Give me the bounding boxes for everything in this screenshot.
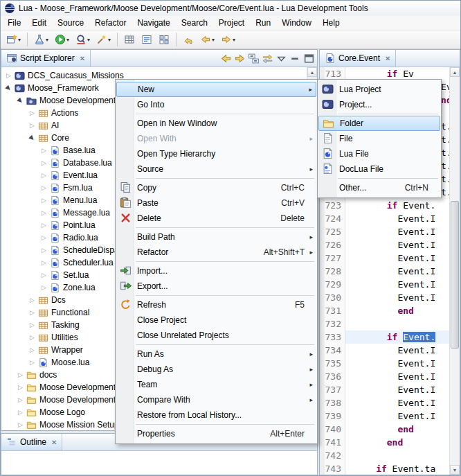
expand-arrow-icon[interactable]: ▷ bbox=[16, 409, 25, 416]
context-menu-item-delete[interactable]: DeleteDelete bbox=[116, 211, 316, 226]
context-menu-item-debug-as[interactable]: Debug As▸ bbox=[116, 362, 316, 377]
context-menu-item-open-type-hierarchy[interactable]: Open Type Hierarchy bbox=[116, 146, 316, 161]
context-menu-item-source[interactable]: Source▸ bbox=[116, 161, 316, 177]
expand-arrow-icon[interactable]: ▷ bbox=[16, 371, 25, 378]
open-element-button[interactable] bbox=[121, 32, 138, 48]
expand-arrow-icon[interactable]: ▷ bbox=[28, 359, 37, 366]
expand-arrow-icon[interactable]: ▷ bbox=[4, 72, 13, 79]
forward-button[interactable]: ▾ bbox=[218, 32, 238, 48]
editor-scrollbar[interactable]: ▲ ▼ bbox=[449, 67, 460, 475]
coverage-button[interactable]: ▾ bbox=[73, 32, 93, 48]
dropdown-arrow-icon[interactable]: ▾ bbox=[46, 37, 48, 43]
tab-script-explorer[interactable]: Script Explorer ✕ bbox=[1, 50, 91, 67]
tab-core-event[interactable]: Core.Event ✕ bbox=[320, 50, 396, 67]
expand-arrow-icon[interactable]: ▷ bbox=[39, 272, 48, 279]
tab-outline[interactable]: Outline ✕ bbox=[1, 434, 62, 450]
show-grid-button[interactable] bbox=[156, 32, 172, 48]
context-menu-item-properties[interactable]: PropertiesAlt+Enter bbox=[116, 426, 316, 441]
menu-edit[interactable]: Edit bbox=[26, 17, 52, 29]
context-menu-item-build-path[interactable]: Build Path▸ bbox=[116, 229, 316, 245]
expand-arrow-icon[interactable]: ▷ bbox=[39, 259, 48, 266]
menu-help[interactable]: Help bbox=[317, 17, 345, 29]
context-menu-item-refresh[interactable]: RefreshF5 bbox=[116, 297, 316, 312]
expand-arrow-icon[interactable]: ▷ bbox=[39, 222, 48, 229]
expand-arrow-icon[interactable]: ▷ bbox=[28, 109, 37, 116]
scroll-track[interactable] bbox=[450, 77, 460, 465]
menu-source[interactable]: Source bbox=[52, 17, 89, 29]
close-icon[interactable]: ✕ bbox=[51, 439, 57, 446]
menu-search[interactable]: Search bbox=[176, 17, 213, 29]
expand-arrow-icon[interactable]: ▷ bbox=[39, 184, 48, 191]
collapse-arrow-icon[interactable]: ▶ bbox=[26, 132, 37, 143]
expand-arrow-icon[interactable]: ▷ bbox=[39, 209, 48, 216]
dropdown-arrow-icon[interactable]: ▾ bbox=[87, 37, 90, 43]
menu-project[interactable]: Project bbox=[213, 17, 250, 29]
context-menu-item-new[interactable]: New▸ bbox=[116, 82, 316, 97]
dropdown-arrow-icon[interactable]: ▾ bbox=[233, 37, 235, 43]
context-menu-item-compare-with[interactable]: Compare With▸ bbox=[116, 392, 316, 407]
expand-arrow-icon[interactable]: ▷ bbox=[28, 309, 37, 316]
expand-arrow-icon[interactable]: ▷ bbox=[16, 384, 25, 391]
context-menu-item-open-in-new-window[interactable]: Open in New Window bbox=[116, 116, 316, 131]
scroll-up-icon[interactable]: ▲ bbox=[450, 67, 460, 77]
expand-arrow-icon[interactable]: ▷ bbox=[28, 334, 37, 341]
new-wizard-button[interactable]: ▾ bbox=[3, 32, 24, 48]
menu-navigate[interactable]: Navigate bbox=[132, 17, 175, 29]
menu-run[interactable]: Run bbox=[250, 17, 276, 29]
collapse-arrow-icon[interactable]: ▶ bbox=[3, 82, 14, 94]
new-submenu-item-file[interactable]: File bbox=[318, 131, 440, 146]
context-menu-item-go-into[interactable]: Go Into bbox=[116, 97, 316, 112]
forward-history-icon[interactable] bbox=[234, 53, 246, 64]
expand-arrow-icon[interactable]: ▷ bbox=[39, 159, 48, 166]
dropdown-arrow-icon[interactable]: ▾ bbox=[66, 37, 69, 43]
back-history-icon[interactable] bbox=[220, 53, 232, 64]
context-menu-item-copy[interactable]: CopyCtrl+C bbox=[116, 180, 316, 195]
new-submenu-item-doclua-file[interactable]: DocLua File bbox=[318, 161, 440, 177]
new-submenu-item-lua-file[interactable]: Lua File bbox=[318, 146, 440, 161]
expand-arrow-icon[interactable]: ▷ bbox=[28, 122, 37, 129]
expand-arrow-icon[interactable]: ▷ bbox=[28, 321, 37, 328]
expand-arrow-icon[interactable]: ▷ bbox=[28, 297, 37, 303]
expand-arrow-icon[interactable]: ▷ bbox=[28, 346, 37, 353]
expand-arrow-icon[interactable]: ▷ bbox=[39, 234, 48, 241]
context-menu-item-export[interactable]: Export... bbox=[116, 279, 316, 294]
close-icon[interactable]: ✕ bbox=[80, 55, 85, 62]
mark-occurrences-button[interactable] bbox=[138, 32, 155, 48]
context-menu-item-team[interactable]: Team▸ bbox=[116, 377, 316, 392]
new-submenu-item-other[interactable]: Other...Ctrl+N bbox=[318, 180, 440, 195]
expand-arrow-icon[interactable]: ▷ bbox=[39, 247, 48, 254]
view-menu-icon[interactable] bbox=[275, 53, 287, 64]
expand-arrow-icon[interactable]: ▷ bbox=[39, 147, 48, 154]
dropdown-arrow-icon[interactable]: ▾ bbox=[212, 37, 215, 43]
context-menu-item-open-with[interactable]: Open With▸ bbox=[116, 131, 316, 146]
external-tools-button[interactable]: ▾ bbox=[31, 32, 51, 48]
dropdown-arrow-icon[interactable]: ▾ bbox=[108, 37, 111, 43]
expand-arrow-icon[interactable]: ▷ bbox=[39, 197, 48, 204]
context-menu-item-close-unrelated-projects[interactable]: Close Unrelated Projects bbox=[116, 328, 316, 343]
new-submenu-item-lua-project[interactable]: Lua Project bbox=[318, 82, 440, 97]
last-edit-location-button[interactable] bbox=[180, 32, 197, 48]
maximize-icon[interactable] bbox=[303, 53, 315, 64]
collapse-all-icon[interactable] bbox=[248, 53, 260, 64]
new-submenu-item-project[interactable]: Project... bbox=[318, 97, 440, 112]
scroll-down-icon[interactable]: ▼ bbox=[450, 465, 460, 475]
minimize-icon[interactable] bbox=[289, 53, 301, 64]
menu-file[interactable]: File bbox=[2, 17, 26, 29]
scroll-thumb[interactable] bbox=[451, 201, 459, 349]
context-menu-item-run-as[interactable]: Run As▸ bbox=[116, 346, 316, 362]
expand-arrow-icon[interactable]: ▷ bbox=[39, 172, 48, 179]
scroll-up-icon[interactable]: ▲ bbox=[307, 67, 317, 77]
close-icon[interactable]: ✕ bbox=[385, 55, 390, 62]
dropdown-arrow-icon[interactable]: ▾ bbox=[18, 37, 21, 43]
open-wizard-button[interactable]: ▾ bbox=[93, 32, 114, 48]
context-menu-item-restore-from-local-history[interactable]: Restore from Local History... bbox=[116, 407, 316, 423]
menu-refactor[interactable]: Refactor bbox=[89, 17, 132, 29]
run-button[interactable]: ▾ bbox=[52, 32, 72, 48]
context-menu-item-import[interactable]: Import... bbox=[116, 263, 316, 279]
back-button[interactable]: ▾ bbox=[197, 32, 217, 48]
context-menu-item-paste[interactable]: PasteCtrl+V bbox=[116, 195, 316, 211]
context-menu-item-close-project[interactable]: Close Project bbox=[116, 312, 316, 328]
expand-arrow-icon[interactable]: ▷ bbox=[16, 421, 25, 428]
expand-arrow-icon[interactable]: ▷ bbox=[16, 396, 25, 403]
menu-window[interactable]: Window bbox=[276, 17, 317, 29]
